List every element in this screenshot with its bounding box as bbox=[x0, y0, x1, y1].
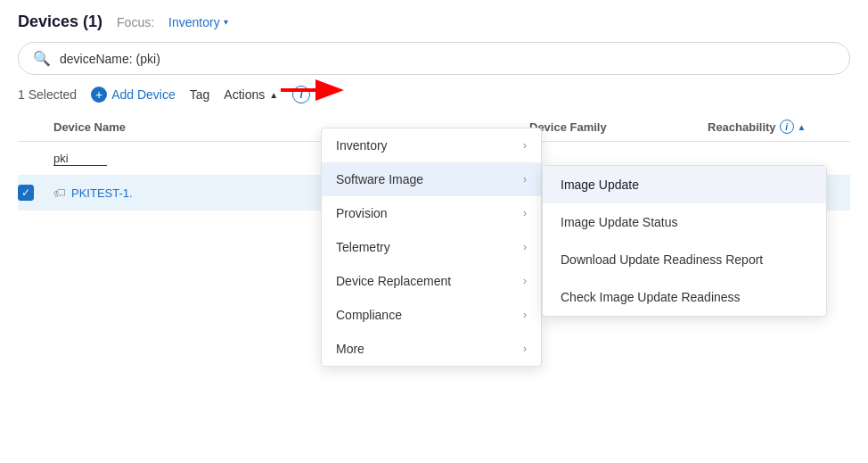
menu-arrow-2: › bbox=[523, 207, 527, 219]
menu-item-label-6: More bbox=[336, 342, 364, 356]
menu-arrow-1: › bbox=[523, 173, 527, 186]
menu-arrow-0: › bbox=[523, 139, 527, 152]
tag-icon: 🏷 bbox=[53, 186, 66, 200]
row-checkbox-col: ✓ bbox=[18, 185, 53, 201]
chevron-down-icon: ▾ bbox=[224, 17, 228, 27]
submenu-item-0[interactable]: Image Update bbox=[543, 166, 826, 203]
actions-menu-item-3[interactable]: Telemetry › bbox=[322, 230, 541, 264]
red-arrow-indicator bbox=[276, 72, 348, 111]
col-family-header: Device Family bbox=[529, 120, 708, 134]
submenu-item-3[interactable]: Check Image Update Readiness bbox=[543, 278, 826, 316]
software-image-submenu: Image UpdateImage Update StatusDownload … bbox=[542, 165, 827, 317]
actions-menu-item-2[interactable]: Provision › bbox=[322, 196, 541, 230]
device-name-search-input[interactable] bbox=[53, 152, 107, 166]
focus-value: Inventory bbox=[168, 15, 220, 29]
add-device-label: Add Device bbox=[111, 87, 176, 102]
device-name-value: PKITEST-1. bbox=[71, 186, 133, 200]
menu-item-label-1: Software Image bbox=[336, 172, 423, 186]
reach-info-icon[interactable]: i bbox=[780, 120, 794, 134]
tag-button[interactable]: Tag bbox=[190, 87, 210, 102]
col-reach-header: Reachability i ▲ bbox=[708, 120, 850, 134]
actions-menu-item-1[interactable]: Software Image › bbox=[322, 162, 541, 196]
search-bar: 🔍 deviceName: (pki) bbox=[18, 42, 850, 75]
menu-item-label-5: Compliance bbox=[336, 308, 402, 322]
selected-label: 1 Selected bbox=[18, 87, 77, 102]
actions-menu-item-6[interactable]: More › bbox=[322, 332, 541, 366]
actions-button[interactable]: Actions ▲ bbox=[224, 87, 278, 102]
actions-dropdown-menu: Inventory › Software Image › Provision ›… bbox=[321, 128, 542, 367]
toolbar: 1 Selected + Add Device Tag Actions ▲ i bbox=[0, 86, 868, 103]
menu-arrow-4: › bbox=[523, 275, 527, 287]
add-device-button[interactable]: + Add Device bbox=[91, 87, 176, 103]
row-checkbox[interactable]: ✓ bbox=[18, 185, 34, 201]
actions-menu-item-0[interactable]: Inventory › bbox=[322, 128, 541, 162]
page-header: Devices (1) Focus: Inventory ▾ bbox=[0, 0, 868, 31]
actions-menu-item-4[interactable]: Device Replacement › bbox=[322, 264, 541, 298]
actions-menu-item-5[interactable]: Compliance › bbox=[322, 298, 541, 332]
menu-arrow-6: › bbox=[523, 343, 527, 355]
menu-item-label-4: Device Replacement bbox=[336, 274, 451, 288]
submenu-item-2[interactable]: Download Update Readiness Report bbox=[543, 241, 826, 278]
info-icon[interactable]: i bbox=[292, 86, 310, 103]
search-icon: 🔍 bbox=[33, 50, 51, 67]
menu-arrow-5: › bbox=[523, 309, 527, 321]
tag-label: Tag bbox=[190, 87, 210, 102]
submenu-item-1[interactable]: Image Update Status bbox=[543, 203, 826, 241]
menu-arrow-3: › bbox=[523, 241, 527, 253]
menu-item-label-0: Inventory bbox=[336, 138, 388, 153]
focus-label: Focus: bbox=[117, 15, 154, 29]
menu-item-label-3: Telemetry bbox=[336, 240, 390, 254]
page-title: Devices (1) bbox=[18, 12, 102, 31]
sort-asc-icon: ▲ bbox=[798, 122, 807, 132]
chevron-up-icon: ▲ bbox=[269, 90, 278, 100]
page: Devices (1) Focus: Inventory ▾ 🔍 deviceN… bbox=[0, 0, 868, 463]
actions-label: Actions bbox=[224, 87, 265, 102]
focus-link[interactable]: Inventory ▾ bbox=[168, 15, 228, 29]
menu-item-label-2: Provision bbox=[336, 206, 388, 220]
plus-icon: + bbox=[91, 87, 107, 103]
search-value: deviceName: (pki) bbox=[60, 52, 160, 66]
